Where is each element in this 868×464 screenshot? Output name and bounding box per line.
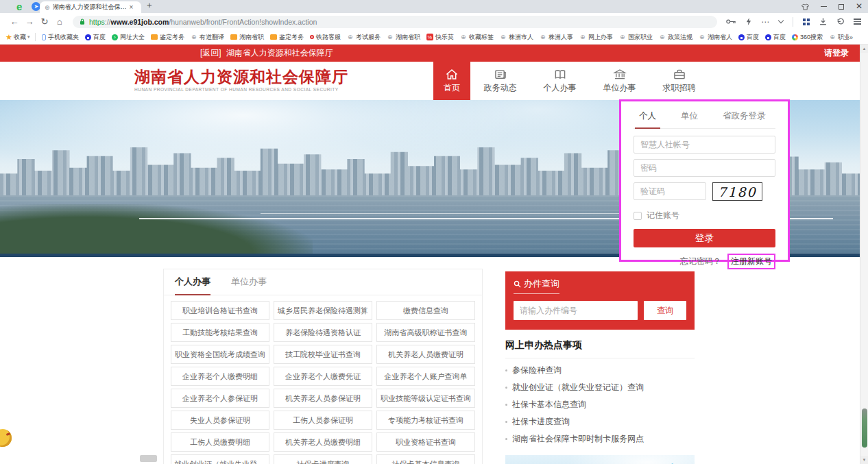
maximize-icon[interactable] bbox=[839, 4, 844, 10]
scroll-down-icon[interactable]: ▼ bbox=[860, 456, 868, 464]
favorites-caret-icon[interactable]: ▾ bbox=[27, 34, 30, 40]
service-link[interactable]: 企业养老个人参保证明 bbox=[171, 389, 269, 408]
hot-topic-link[interactable]: 就业创业证（就业失业登记证）查询 bbox=[505, 379, 695, 396]
forward-icon[interactable]: → bbox=[22, 16, 37, 27]
services-tab[interactable]: 单位办事 bbox=[231, 276, 267, 295]
account-input[interactable] bbox=[634, 136, 775, 154]
floating-gray-widget[interactable] bbox=[140, 455, 157, 462]
chevron-down-icon[interactable] bbox=[778, 18, 784, 23]
bookmark-item[interactable]: 手机收藏夹 bbox=[38, 33, 82, 42]
hot-topic-link[interactable]: 社保卡基本信息查询 bbox=[505, 396, 695, 413]
please-login-link[interactable]: 请登录 bbox=[824, 47, 849, 59]
service-link[interactable]: 失业人员参保证明 bbox=[171, 411, 269, 430]
bookmark-item[interactable]: 网址大全 bbox=[108, 33, 147, 42]
favorites-label[interactable]: 收藏 bbox=[14, 33, 26, 42]
bookmark-item[interactable]: 百度 bbox=[735, 33, 762, 42]
hot-topic-link[interactable]: 湖南省社会保障卡即时制卡服务网点 bbox=[505, 430, 695, 448]
service-link[interactable]: 养老保险待遇资格认证 bbox=[274, 323, 372, 342]
apps-grid-icon[interactable] bbox=[803, 19, 810, 25]
case-query-button[interactable]: 查询 bbox=[644, 301, 686, 320]
theme-shirt-icon[interactable] bbox=[801, 3, 809, 10]
service-link[interactable]: 工伤人员缴费明细 bbox=[171, 432, 269, 452]
service-link[interactable]: 职业培训合格证书查询 bbox=[171, 301, 269, 320]
bookmark-item[interactable]: 职业技能 bbox=[825, 33, 849, 42]
service-link[interactable]: 技工院校毕业证书查询 bbox=[274, 345, 372, 364]
bookmark-item[interactable]: 鉴定考务 bbox=[147, 33, 187, 42]
bookmark-item[interactable]: 湖南省职 bbox=[227, 33, 267, 42]
service-link[interactable]: 湖南省高级职称证书查询 bbox=[376, 323, 475, 342]
star-icon[interactable]: ★ bbox=[5, 33, 12, 42]
services-tab[interactable]: 个人办事 bbox=[175, 276, 210, 295]
bookmark-item[interactable]: 鉴定考务 bbox=[267, 33, 306, 42]
bookmark-item[interactable]: 政策法规 bbox=[655, 33, 695, 42]
login-tab[interactable]: 省政务登录 bbox=[719, 110, 770, 128]
login-button[interactable]: 登录 bbox=[634, 229, 775, 247]
forgot-password-link[interactable]: 忘记密码？ bbox=[680, 256, 721, 267]
register-new-account-link[interactable]: 注册新账号 bbox=[727, 254, 775, 269]
service-link[interactable]: 社保卡基本信息查询 bbox=[376, 454, 475, 464]
bookmark-item[interactable]: 铁路客服 bbox=[306, 33, 343, 42]
undo-icon[interactable] bbox=[836, 18, 844, 25]
service-link[interactable]: 企业养老个人缴费明细 bbox=[171, 367, 269, 386]
service-link[interactable]: 城乡居民养老保险待遇测算 bbox=[274, 301, 372, 320]
service-link[interactable]: 社保卡进度查询 bbox=[274, 454, 372, 464]
bookmark-item[interactable]: 株洲市人 bbox=[496, 33, 536, 42]
service-link[interactable]: 缴费信息查询 bbox=[376, 301, 475, 320]
browser-tab[interactable]: ⊕ 湖南省人力资源和社会保障厅 × bbox=[40, 1, 141, 13]
scroll-up-icon[interactable]: ▲ bbox=[860, 45, 868, 53]
service-link[interactable]: 机关养老人员参保证明 bbox=[274, 389, 372, 408]
address-bar[interactable]: https://www.e91job.com/hunanweb/front/Fr… bbox=[73, 16, 717, 28]
promo-banner[interactable]: 三项业务统一登记 bbox=[505, 455, 695, 464]
service-link[interactable]: 企业养老个人缴费凭证 bbox=[274, 367, 372, 386]
key-icon[interactable] bbox=[725, 19, 736, 25]
refresh-icon[interactable]: ↻ bbox=[37, 16, 52, 27]
page-scrollbar[interactable]: ▲ ▼ bbox=[860, 45, 868, 464]
bookmark-item[interactable]: 百度 bbox=[762, 33, 788, 42]
nav-item-jobs[interactable]: 求职招聘 bbox=[649, 62, 709, 100]
bookmark-item[interactable]: 国家职业 bbox=[616, 33, 655, 42]
nav-item-home[interactable]: 首页 bbox=[433, 62, 470, 100]
nav-item-news[interactable]: 政务动态 bbox=[470, 62, 530, 100]
scrollbar-thumb[interactable] bbox=[862, 408, 867, 448]
bookmark-item[interactable]: 湖南省职 bbox=[383, 33, 423, 42]
bookmarks-overflow-icon[interactable]: » bbox=[849, 34, 863, 41]
bookmark-item[interactable]: 考试服务 bbox=[343, 33, 383, 42]
service-link[interactable]: 机关养老人员缴费明细 bbox=[274, 432, 372, 452]
login-tab[interactable]: 个人 bbox=[635, 110, 660, 129]
captcha-image[interactable]: 7180 bbox=[712, 182, 762, 201]
hot-topic-link[interactable]: 社保卡进度查询 bbox=[505, 413, 695, 430]
bookmark-item[interactable]: 有道翻译 bbox=[187, 33, 227, 42]
service-link[interactable]: 职业资格全国统考成绩查询 bbox=[171, 345, 269, 364]
bookmark-item[interactable]: 湖南省人 bbox=[695, 33, 735, 42]
close-icon[interactable]: ✕ bbox=[856, 0, 863, 13]
case-number-input[interactable] bbox=[514, 301, 638, 320]
captcha-input[interactable] bbox=[634, 182, 706, 200]
nav-item-unit-services[interactable]: 单位办事 bbox=[590, 62, 649, 100]
password-input[interactable] bbox=[634, 159, 775, 177]
download-icon[interactable] bbox=[819, 18, 827, 25]
bookmark-item[interactable]: 收藏标签 bbox=[457, 33, 496, 42]
lightning-icon[interactable] bbox=[746, 18, 751, 25]
service-link[interactable]: 工勤技能考核结果查询 bbox=[171, 323, 269, 342]
menu-icon[interactable] bbox=[854, 19, 861, 25]
tab-close-icon[interactable]: × bbox=[130, 3, 134, 11]
login-tab[interactable]: 单位 bbox=[677, 110, 702, 128]
service-link[interactable]: 工伤人员参保证明 bbox=[274, 411, 372, 430]
bookmark-item[interactable]: 株洲人事 bbox=[536, 33, 576, 42]
bookmark-item[interactable]: 360搜索 bbox=[788, 33, 825, 42]
service-link[interactable]: 职业资格证书查询 bbox=[376, 432, 475, 452]
bookmark-item[interactable]: 网上办事 bbox=[576, 33, 616, 42]
bookmark-item[interactable]: 百度 bbox=[82, 33, 108, 42]
bookmark-item[interactable]: 快乐莫 bbox=[423, 33, 457, 42]
service-link[interactable]: 就业创业证（就业失业登记证）... bbox=[171, 454, 269, 464]
back-icon[interactable]: ← bbox=[7, 16, 22, 27]
nav-item-personal-services[interactable]: 个人办事 bbox=[530, 62, 590, 100]
service-link[interactable]: 职业技能等级认定证书查询 bbox=[376, 389, 475, 408]
service-link[interactable]: 企业养老个人账户查询单 bbox=[376, 367, 475, 386]
hot-topic-link[interactable]: 参保险种查询 bbox=[505, 362, 695, 379]
service-link[interactable]: 机关养老人员缴费证明 bbox=[376, 345, 475, 364]
back-return-link[interactable]: [返回] bbox=[200, 47, 221, 59]
remember-checkbox[interactable] bbox=[634, 212, 642, 220]
site-logo[interactable]: 湖南省人力资源和社会保障厅 HUNAN PROVINCIAL DEPARTMEN… bbox=[134, 68, 348, 92]
more-dots-icon[interactable]: ⋯ bbox=[761, 17, 769, 27]
